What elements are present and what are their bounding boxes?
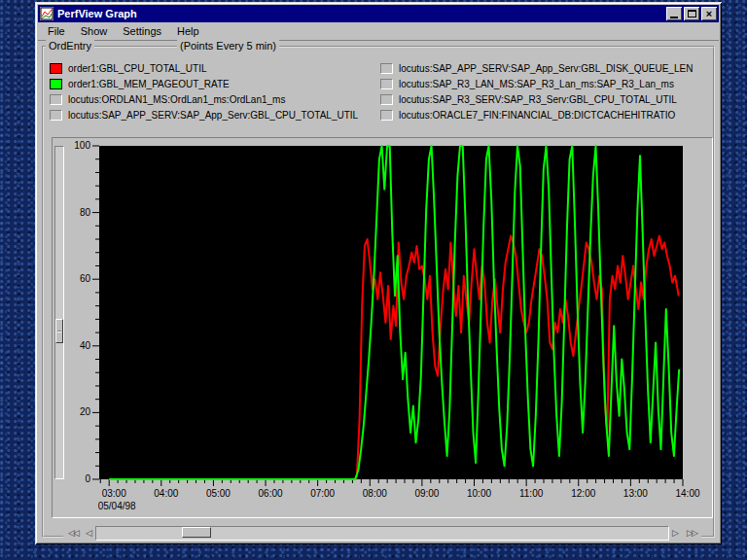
desktop: PerfView Graph × File Show Settings Help… bbox=[0, 0, 747, 560]
legend-checkbox[interactable] bbox=[50, 94, 62, 105]
legend-item[interactable]: order1:GBL_CPU_TOTAL_UTIL bbox=[50, 60, 358, 76]
date-label: 05/04/98 bbox=[98, 501, 136, 511]
svg-text:12:00: 12:00 bbox=[571, 488, 595, 499]
svg-text:06:00: 06:00 bbox=[259, 488, 283, 499]
svg-text:05:00: 05:00 bbox=[206, 488, 231, 499]
legend-checkbox[interactable] bbox=[50, 110, 62, 121]
svg-text:20: 20 bbox=[80, 406, 91, 417]
legend-item[interactable]: locutus:SAP_APP_SERV:SAP_App_Serv:GBL_DI… bbox=[380, 60, 693, 76]
vertical-scrollbar[interactable] bbox=[54, 146, 64, 479]
scroll-page-left-button[interactable]: ◁◁ bbox=[63, 526, 83, 541]
svg-text:80: 80 bbox=[80, 207, 91, 218]
time-scrollbar: ◁◁ ◁ ▷ ▷▷ bbox=[63, 526, 701, 541]
menu-help[interactable]: Help bbox=[169, 23, 207, 39]
group-label: OrdEntry bbox=[46, 40, 94, 52]
svg-text:13:00: 13:00 bbox=[623, 488, 648, 499]
menu-show[interactable]: Show bbox=[73, 23, 116, 39]
svg-text:10:00: 10:00 bbox=[467, 488, 491, 499]
svg-text:08:00: 08:00 bbox=[363, 488, 387, 499]
legend-item[interactable]: locutus:ORDLAN1_MS:OrdLan1_ms:OrdLan1_ms bbox=[50, 91, 358, 107]
legend-label: locutus:SAP_R3_SERV:SAP_R3_Serv:GBL_CPU_… bbox=[399, 94, 677, 105]
graph-canvas: 02040608010003:0004:0005:0006:0007:0008:… bbox=[53, 138, 708, 515]
minimize-button[interactable] bbox=[666, 7, 682, 20]
legend-left-column: order1:GBL_CPU_TOTAL_UTIL order1:GBL_MEM… bbox=[50, 60, 358, 122]
legend-label: locutus:ORACLE7_FIN:FINANCIAL_DB:DICTCAC… bbox=[399, 110, 675, 121]
svg-text:07:00: 07:00 bbox=[310, 488, 335, 499]
vertical-scrollbar-thumb[interactable] bbox=[55, 319, 63, 343]
legend-item[interactable]: locutus:SAP_R3_LAN_MS:SAP_R3_Lan_ms:SAP_… bbox=[380, 76, 693, 91]
close-button[interactable]: × bbox=[701, 7, 717, 20]
legend-checkbox[interactable] bbox=[380, 79, 393, 89]
legend-label: locutus:ORDLAN1_MS:OrdLan1_ms:OrdLan1_ms bbox=[68, 94, 285, 105]
legend-label: locutus:SAP_R3_LAN_MS:SAP_R3_Lan_ms:SAP_… bbox=[399, 79, 674, 89]
svg-text:0: 0 bbox=[85, 473, 90, 484]
perfview-window: PerfView Graph × File Show Settings Help… bbox=[35, 2, 722, 544]
app-icon bbox=[40, 7, 53, 20]
legend-checkbox[interactable] bbox=[380, 110, 393, 121]
legend-item[interactable]: locutus:SAP_R3_SERV:SAP_R3_Serv:GBL_CPU_… bbox=[380, 91, 693, 107]
svg-text:09:00: 09:00 bbox=[414, 488, 439, 499]
legend-item[interactable]: order1:GBL_MEM_PAGEOUT_RATE bbox=[50, 76, 358, 91]
svg-text:14:00: 14:00 bbox=[675, 488, 699, 499]
svg-text:100: 100 bbox=[74, 140, 90, 151]
legend-label: locutus:SAP_APP_SERV:SAP_App_Serv:GBL_DI… bbox=[399, 63, 693, 74]
time-scrollbar-track[interactable] bbox=[95, 526, 669, 541]
scroll-step-left-button[interactable]: ◁ bbox=[83, 526, 95, 541]
svg-text:11:00: 11:00 bbox=[519, 488, 544, 499]
menubar: File Show Settings Help bbox=[38, 22, 719, 41]
legend-label: locutus:SAP_APP_SERV:SAP_App_Serv:GBL_CP… bbox=[68, 110, 358, 121]
legend-label: order1:GBL_CPU_TOTAL_UTIL bbox=[68, 63, 206, 74]
svg-text:40: 40 bbox=[80, 340, 91, 351]
svg-text:03:00: 03:00 bbox=[102, 488, 126, 499]
legend-checkbox[interactable] bbox=[380, 63, 393, 74]
maximize-button[interactable] bbox=[684, 7, 699, 20]
legend-checkbox[interactable] bbox=[380, 94, 393, 105]
time-scrollbar-thumb[interactable] bbox=[182, 527, 211, 538]
close-icon: × bbox=[706, 9, 712, 18]
svg-text:60: 60 bbox=[80, 273, 91, 284]
legend-item[interactable]: locutus:ORACLE7_FIN:FINANCIAL_DB:DICTCAC… bbox=[380, 107, 693, 122]
chart-panel: 02040608010003:0004:0005:0006:0007:0008:… bbox=[52, 137, 713, 518]
legend-swatch-red[interactable] bbox=[50, 63, 62, 74]
scroll-step-right-button[interactable]: ▷ bbox=[669, 526, 682, 541]
menu-settings[interactable]: Settings bbox=[115, 23, 169, 39]
maximize-icon bbox=[688, 10, 696, 18]
legend-right-column: locutus:SAP_APP_SERV:SAP_App_Serv:GBL_DI… bbox=[380, 60, 693, 122]
legend-item[interactable]: locutus:SAP_APP_SERV:SAP_App_Serv:GBL_CP… bbox=[50, 107, 358, 122]
window-title: PerfView Graph bbox=[57, 8, 666, 19]
group-sublabel: (Points Every 5 min) bbox=[177, 40, 279, 52]
window-content: OrdEntry (Points Every 5 min) order1:GBL… bbox=[38, 41, 719, 541]
svg-text:04:00: 04:00 bbox=[154, 488, 178, 499]
legend-label: order1:GBL_MEM_PAGEOUT_RATE bbox=[68, 79, 230, 89]
scroll-page-right-button[interactable]: ▷▷ bbox=[682, 526, 701, 541]
titlebar[interactable]: PerfView Graph × bbox=[38, 5, 719, 22]
menu-file[interactable]: File bbox=[40, 23, 73, 39]
graph-groupbox: OrdEntry (Points Every 5 min) order1:GBL… bbox=[42, 46, 715, 538]
legend-swatch-green[interactable] bbox=[50, 79, 62, 89]
minimize-icon bbox=[670, 17, 678, 18]
